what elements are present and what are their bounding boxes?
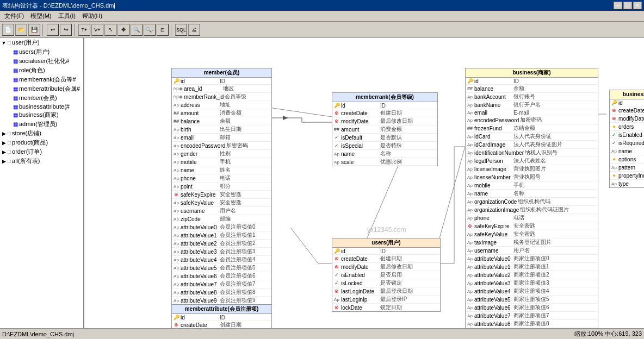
field-id: 🔑idID xyxy=(172,78,271,85)
field-safekey-expire: ⊗safeKeyExpire安全密匙 xyxy=(172,191,271,199)
tree-item-businessattribute[interactable]: ▦ businessattribute(# xyxy=(0,103,83,110)
export-button[interactable]: SQL xyxy=(175,24,187,36)
tree-item-store[interactable]: ▶ □ store(店铺) xyxy=(0,129,83,138)
new-button[interactable]: 📄 xyxy=(2,24,14,36)
field-u-lastlogindate: ⊗lastLoginDate最后登录日期 xyxy=(332,287,440,296)
field-ma-createdate: ⊗createDate创建日期 xyxy=(172,321,271,328)
field-ba-orders: ●orders排序 xyxy=(610,123,644,131)
field-ba-name: Apname名称 xyxy=(610,147,644,155)
field-b-phone: Apphone电话 xyxy=(466,214,598,222)
field-username: Apusername用户名 xyxy=(172,207,271,215)
field-mr-scale: Apscale优惠比例 xyxy=(332,158,437,166)
table-memberattribute-header: memberattribute(会员注册项) xyxy=(172,305,271,314)
app-title: 表结构设计器 - D:\EZDML\demo_CHS.dmj xyxy=(2,2,115,10)
field-b-av3: ApattributeValue3商家注册项值3 xyxy=(466,279,598,287)
table-memberrank[interactable]: memberrank(会员等级) 🔑idID ⊗createDate创建日期 ⊗… xyxy=(332,92,438,166)
field-u-createdate: ⊗createDate创建日期 xyxy=(332,255,440,263)
table-member[interactable]: member(会员) 🔑idID Ap◆area_id地区 Ap◆memberR… xyxy=(171,68,272,305)
field-b-id: 🔑idID xyxy=(466,78,598,85)
field-u-islocked: ✓isLocked是否锁定 xyxy=(332,279,440,287)
tree-item-business[interactable]: ▦ business(商家) xyxy=(0,110,83,120)
field-b-idnum: ApidentificationNumber纳税人识别号 xyxy=(466,149,598,157)
toolbar-sep-2 xyxy=(74,24,76,36)
field-point: Appoint积分 xyxy=(172,183,271,191)
tree-item-memberattribute[interactable]: ▦ memberattribute(会属# xyxy=(0,84,83,93)
menu-bar: 文件(F) 模型(M) 工具(I) 帮助(H) xyxy=(0,11,644,22)
zoom-out-button[interactable]: 🔍- xyxy=(144,24,156,36)
close-button[interactable]: ✕ xyxy=(633,2,642,9)
field-balance: ##balance余额 xyxy=(172,117,271,125)
table-memberrank-header: memberrank(会员等级) xyxy=(332,93,437,102)
pk-icon: 🔑 xyxy=(173,78,179,84)
new-view-button[interactable]: V+ xyxy=(91,24,103,36)
move-button[interactable]: ✥ xyxy=(117,24,129,36)
field-ba-id: 🔑idID xyxy=(610,99,644,106)
tree-item-users[interactable]: ▦ users(用户) xyxy=(0,47,83,56)
field-u-lastloginip: AplastLoginIp最后登录IP xyxy=(332,296,440,304)
new-table-button[interactable]: T+ xyxy=(78,24,90,36)
open-button[interactable]: 📂 xyxy=(15,24,27,36)
field-b-av7: ApattributeValue7商家注册项值7 xyxy=(466,312,598,320)
tree-item-order[interactable]: ▶ □ order(订单) xyxy=(0,147,83,156)
print-button[interactable]: 🖨 xyxy=(188,24,200,36)
window-controls[interactable]: — □ ✕ xyxy=(614,2,642,9)
field-b-safekeyexpire: ⊗safeKeyExpire安全密匙 xyxy=(466,222,598,230)
field-u-modifydate: ⊗modifyDate最后修改日期 xyxy=(332,263,440,271)
field-b-taximage: AptaxImage税务登记证图片 xyxy=(466,238,598,247)
tree-item-member[interactable]: ▦ member(会员) xyxy=(0,93,83,103)
canvas-area[interactable]: member(会员) 🔑idID Ap◆area_id地区 Ap◆memberR… xyxy=(84,38,644,328)
menu-file[interactable]: 文件(F) xyxy=(1,11,27,21)
field-av7: ApattributeValue7会员注册项值7 xyxy=(172,280,271,288)
tree-item-memberrank[interactable]: ▦ memberrank(会员等# xyxy=(0,75,83,84)
table-business-header: business(商家) xyxy=(466,68,598,78)
tree-item-admin[interactable]: ▦ admin(管理员) xyxy=(0,120,83,129)
field-ba-isenabled: ✓isEnabled是否启用 xyxy=(610,131,644,139)
field-b-frozenfund: ##frozenFund冻结金额 xyxy=(466,124,598,133)
maximize-button[interactable]: □ xyxy=(623,2,632,9)
field-av4: ApattributeValue4会员注册项值4 xyxy=(172,256,271,264)
field-email: Apemail邮箱 xyxy=(172,134,271,142)
field-b-idcardimage: ApidCardImage法人代表身份证图片 xyxy=(466,141,598,149)
field-av1: ApattributeValue1会员注册项值1 xyxy=(172,231,271,240)
tree-item-role[interactable]: ▦ role(角色) xyxy=(0,66,83,75)
field-av0: ApattributeValue0会员注册项值0 xyxy=(172,223,271,231)
field-b-orgcode: AporganizationCode组织机构代码 xyxy=(466,198,598,206)
field-birth: Apbirth出生日期 xyxy=(172,125,271,134)
table-businessattribute[interactable]: businessattribute(商家注册项) 🔑idID ⊗createDa… xyxy=(609,90,644,188)
redo-button[interactable]: ↪ xyxy=(60,24,72,36)
field-b-av5: ApattributeValue5商家注册项值5 xyxy=(466,296,598,304)
field-mr-isspecial: ✓isSpecial是否特殊 xyxy=(332,142,437,150)
status-path: D:\EZDML\demo_CHS.dmj xyxy=(2,331,74,337)
table-business[interactable]: business(商家) 🔑idID ##balance余额 ApbankAcc… xyxy=(465,68,598,328)
minimize-button[interactable]: — xyxy=(614,2,622,9)
table-users[interactable]: users(用户) 🔑idID ⊗createDate创建日期 ⊗modifyD… xyxy=(332,238,441,312)
table-memberattribute[interactable]: memberattribute(会员注册项) 🔑idID ⊗createDate… xyxy=(171,304,272,328)
tree-item-product[interactable]: ▶ □ product(商品) xyxy=(0,138,83,147)
field-u-lockdate: ⊗lockDate锁定日期 xyxy=(332,304,440,311)
main-area: ▼ □ user(用户) ▦ users(用户) ▦ socialuser(社化… xyxy=(0,38,644,328)
field-av6: ApattributeValue6会员注册项值6 xyxy=(172,272,271,280)
menu-model[interactable]: 模型(M) xyxy=(27,11,55,21)
field-encoded-password: ApencodedPassword加密密码 xyxy=(172,142,271,150)
field-gender: Apgender性别 xyxy=(172,150,271,158)
toolbar-sep-3 xyxy=(171,24,173,36)
fit-button[interactable]: ⊡ xyxy=(157,24,169,36)
tree-item-socialuser[interactable]: ▦ socialuser(社化化# xyxy=(0,56,83,66)
field-mr-id: 🔑idID xyxy=(332,102,437,109)
field-av9: ApattributeValue9会员注册项值9 xyxy=(172,297,271,304)
field-b-email: ApemailE-mail xyxy=(466,109,598,116)
tree-item-all[interactable]: ▶ □ all(所有表) xyxy=(0,156,83,166)
zoom-in-button[interactable]: 🔍 xyxy=(131,24,143,36)
undo-button[interactable]: ↩ xyxy=(47,24,59,36)
field-av3: ApattributeValue3会员注册项值3 xyxy=(172,248,271,256)
save-button[interactable]: 💾 xyxy=(28,24,40,36)
field-b-licensenumber: AplicenseNumber营业执照号 xyxy=(466,173,598,181)
field-ba-modifydate: ⊗modifyDate最后修改日期 xyxy=(610,115,644,123)
menu-help[interactable]: 帮助(H) xyxy=(79,11,106,21)
field-mr-isdefault: ✓isDefault是否默认 xyxy=(332,134,437,142)
tree-panel[interactable]: ▼ □ user(用户) ▦ users(用户) ▦ socialuser(社化… xyxy=(0,38,84,328)
svg-line-2 xyxy=(367,162,400,238)
select-button[interactable]: ↖ xyxy=(104,24,116,36)
tree-item-user[interactable]: ▼ □ user(用户) xyxy=(0,38,83,47)
menu-tools[interactable]: 工具(I) xyxy=(55,11,79,21)
